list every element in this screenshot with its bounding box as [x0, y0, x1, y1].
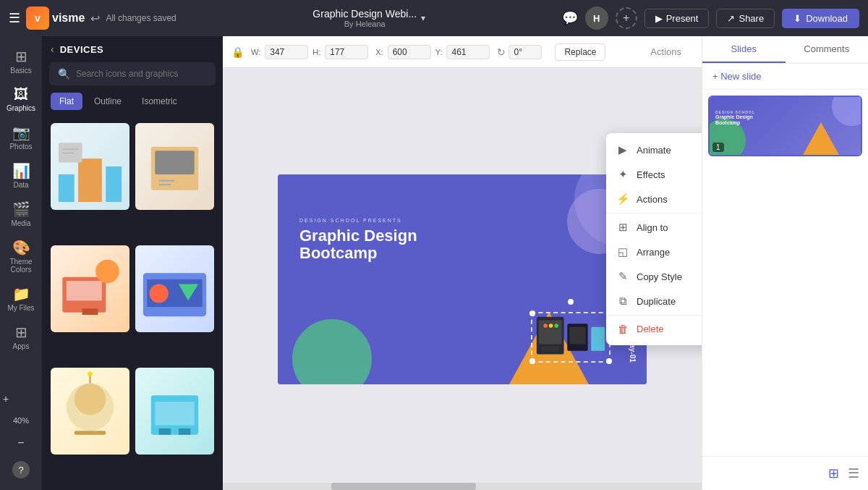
- actions-label: Actions: [637, 194, 668, 205]
- svg-rect-32: [591, 326, 605, 350]
- menu-item-copy-style[interactable]: ✎ Copy Style: [606, 264, 702, 289]
- selection-box[interactable]: [531, 312, 610, 363]
- svg-point-22: [88, 372, 93, 377]
- rotate-icon: ↻: [497, 46, 506, 58]
- graphic-item[interactable]: [135, 368, 214, 455]
- sidebar-item-my-files[interactable]: 📁 My Files: [0, 279, 42, 318]
- svg-rect-0: [59, 174, 75, 202]
- zoom-value-display: 40%: [0, 410, 42, 431]
- panel-back-button[interactable]: ‹: [51, 43, 54, 55]
- handle-top-left[interactable]: [529, 311, 535, 316]
- graphic-preview-6: [135, 368, 214, 455]
- sidebar-item-apps-label: Apps: [13, 342, 30, 350]
- zoom-add-icon[interactable]: +: [3, 393, 9, 405]
- slide-subtitle: DESIGN SCHOOL PRESENTS: [299, 218, 417, 223]
- zoom-control[interactable]: +: [0, 387, 42, 410]
- sidebar-item-graphics[interactable]: 🖼 Graphics: [0, 80, 42, 118]
- menu-item-animate[interactable]: ▶ Animate: [606, 138, 702, 162]
- height-input[interactable]: [325, 45, 368, 59]
- view-controls: ⊞ ☰: [702, 456, 868, 490]
- sidebar-item-apps[interactable]: ⊞ Apps: [0, 318, 42, 356]
- svg-rect-13: [82, 308, 98, 315]
- add-person-button[interactable]: +: [616, 7, 637, 29]
- menu-item-actions[interactable]: ⚡ Actions: [606, 187, 702, 211]
- graphic-item[interactable]: [135, 245, 214, 332]
- sidebar-item-theme-colors[interactable]: 🎨 Theme Colors: [0, 233, 42, 279]
- search-input[interactable]: [76, 69, 207, 79]
- zoom-minus[interactable]: −: [0, 431, 42, 455]
- help-button[interactable]: ?: [0, 455, 42, 484]
- handle-rotate[interactable]: [568, 299, 574, 305]
- sidebar-item-media-label: Media: [11, 219, 30, 227]
- tab-slides[interactable]: Slides: [702, 36, 786, 63]
- slide-canvas[interactable]: DESIGN SCHOOL PRESENTS Graphic Design Bo…: [278, 174, 647, 384]
- align-icon: ⊞: [616, 221, 629, 234]
- replace-button[interactable]: Replace: [555, 43, 605, 61]
- my-files-icon: 📁: [12, 285, 30, 303]
- handle-bottom-right[interactable]: [606, 358, 612, 364]
- y-input[interactable]: [446, 45, 490, 59]
- tab-comments[interactable]: Comments: [786, 36, 869, 63]
- style-tab-isometric[interactable]: Isometric: [133, 93, 186, 110]
- present-button[interactable]: ▶ Present: [644, 9, 710, 28]
- graphic-item[interactable]: [51, 368, 129, 455]
- comments-icon[interactable]: 💬: [562, 10, 578, 26]
- svg-rect-2: [106, 166, 122, 202]
- doc-author: By Heleana: [344, 20, 386, 28]
- share-button[interactable]: ↗ Share: [716, 9, 775, 28]
- position-group: X: Y:: [375, 45, 490, 59]
- menu-item-duplicate[interactable]: ⧉ Duplicate: [606, 289, 702, 313]
- title-dropdown-icon[interactable]: ▾: [421, 13, 425, 23]
- svg-rect-20: [75, 431, 106, 434]
- width-label: W:: [251, 48, 260, 56]
- slide-thumbnail-1[interactable]: DESIGN SCHOOL Graphic DesignBootcamp 1: [708, 96, 862, 156]
- download-button[interactable]: ⬇ Download: [782, 9, 859, 28]
- data-icon: 📊: [12, 162, 30, 179]
- right-tabs: Slides Comments: [702, 36, 868, 64]
- lock-icon[interactable]: 🔒: [231, 46, 244, 58]
- menu-item-arrange[interactable]: ◱ Arrange: [606, 240, 702, 264]
- svg-rect-24: [155, 402, 195, 426]
- undo-button[interactable]: ↩: [90, 12, 100, 25]
- menu-item-delete[interactable]: 🗑 Delete: [606, 317, 702, 341]
- graphics-grid: [42, 117, 223, 490]
- canvas-wrapper[interactable]: DESIGN SCHOOL PRESENTS Graphic Design Bo…: [223, 68, 702, 490]
- handle-bottom-left[interactable]: [529, 358, 535, 364]
- menu-icon[interactable]: ☰: [9, 10, 20, 26]
- sidebar-item-media[interactable]: 🎬 Media: [0, 195, 42, 233]
- sidebar-item-photos[interactable]: 📷 Photos: [0, 118, 42, 156]
- style-tab-flat[interactable]: Flat: [51, 93, 82, 110]
- menu-item-effects[interactable]: ✦ Effects: [606, 162, 702, 187]
- sidebar-item-basics[interactable]: ⊞ Basics: [0, 42, 42, 80]
- graphic-item[interactable]: [51, 245, 129, 332]
- doc-title: Graphic Design Webi...: [312, 8, 417, 20]
- width-input[interactable]: [265, 45, 308, 59]
- new-slide-button[interactable]: + New slide: [702, 64, 868, 90]
- avatar[interactable]: H: [585, 7, 608, 30]
- photos-icon: 📷: [12, 124, 30, 141]
- grid-view-button[interactable]: ⊞: [825, 462, 842, 484]
- list-view-button[interactable]: ☰: [845, 462, 862, 484]
- graphic-item[interactable]: [51, 123, 129, 210]
- visme-logo-text: visme: [52, 12, 85, 25]
- theme-colors-icon: 🎨: [12, 239, 30, 256]
- rotate-input[interactable]: [509, 45, 542, 59]
- rotate-group: ↻: [497, 45, 542, 59]
- horizontal-scrollbar[interactable]: [223, 483, 702, 490]
- graphic-item[interactable]: [135, 123, 214, 210]
- present-icon: ▶: [655, 13, 663, 24]
- align-label: Align to: [637, 222, 668, 233]
- height-label: H:: [312, 48, 320, 56]
- style-tab-outline[interactable]: Outline: [85, 93, 130, 110]
- canvas-area: 🔒 W: H: X: Y: ↻ Replace Actions: [223, 36, 702, 490]
- zoom-percentage: 40%: [13, 416, 29, 425]
- svg-point-34: [549, 324, 553, 328]
- menu-item-align[interactable]: ⊞ Align to: [606, 215, 702, 240]
- sidebar-item-data[interactable]: 📊 Data: [0, 156, 42, 195]
- basics-icon: ⊞: [15, 48, 27, 65]
- x-input[interactable]: [388, 45, 431, 59]
- actions-tab[interactable]: Actions: [639, 41, 693, 63]
- x-label: X:: [375, 48, 383, 56]
- arrange-icon: ◱: [616, 245, 629, 258]
- graphic-preview-1: [51, 123, 129, 210]
